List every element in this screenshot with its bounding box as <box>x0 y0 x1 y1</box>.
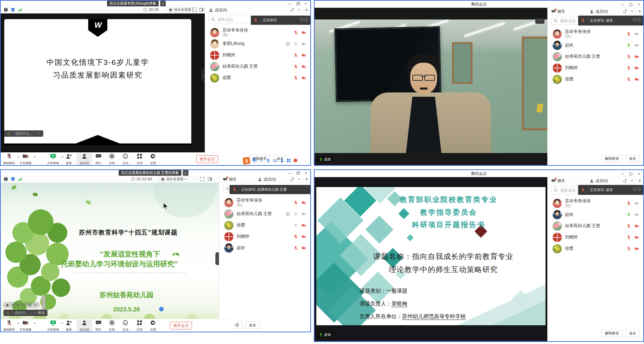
network-signal-icon[interactable] <box>18 7 22 12</box>
member-row[interactable]: 徐蕾 <box>219 220 310 231</box>
maximize-icon[interactable] <box>628 172 633 176</box>
layout-toggle-icon[interactable] <box>208 177 212 181</box>
toolbar-start-video[interactable]: 开启视频 <box>18 153 33 165</box>
member-row[interactable]: 姑香苑幼儿园 王赟 <box>548 220 643 232</box>
toolbar-unmute[interactable]: 解除静音 <box>1 320 17 332</box>
unmute-button[interactable]: 解除静音 <box>601 155 623 162</box>
member-row[interactable]: 姑香苑幼儿园 王赟 <box>219 208 310 220</box>
member-row[interactable]: 苏幼专朱佳佳(我) <box>219 197 310 208</box>
shape-icon[interactable]: ▭ <box>22 303 25 307</box>
member-row[interactable]: 徐蕾 <box>205 72 310 84</box>
danmaku-input-pill[interactable]: ☺ 说点什么... ＜ <box>4 130 43 137</box>
minimize-icon[interactable] <box>620 172 625 176</box>
collapse-pill-icon[interactable]: ＜ <box>37 131 41 136</box>
member-row[interactable]: 徐蕾 <box>548 243 643 254</box>
tab-members[interactable]: 成员(5) <box>589 177 608 184</box>
ime-mode-label[interactable]: 中 <box>252 157 257 164</box>
toolbar-settings[interactable]: 设置 <box>145 153 161 165</box>
undo-icon[interactable]: ↺ <box>34 303 36 307</box>
toolbar-unmute[interactable]: 解除静音 <box>1 153 17 165</box>
chevron-up-icon[interactable] <box>34 156 36 157</box>
titlebar[interactable]: 腾讯会议 × <box>315 170 643 177</box>
titlebar[interactable]: 腾讯会议 × <box>315 1 643 8</box>
member-row[interactable]: 赵欢 <box>548 40 643 51</box>
toolbar-invite[interactable]: 邀请 <box>61 153 77 165</box>
network-signal-icon[interactable] <box>18 177 22 181</box>
rename-button[interactable]: 改名 <box>626 329 640 337</box>
layout-toggle-icon[interactable] <box>199 7 204 12</box>
maximize-icon[interactable] <box>628 2 633 7</box>
member-row[interactable]: 赵欢 <box>219 242 310 254</box>
tab-chat[interactable]: 聊天 <box>551 8 565 15</box>
member-row[interactable]: 赵欢 <box>548 209 643 220</box>
collapse-pill-icon[interactable]: ＜ 收起 <box>33 310 45 315</box>
member-row[interactable]: 李荣LiRong <box>205 38 310 50</box>
leave-meeting-button[interactable]: 离开会议 <box>196 155 218 163</box>
danmaku-input-pill[interactable]: ☺ 说点什… ＜ 收起 <box>4 310 47 316</box>
more-options-icon[interactable]: ··· <box>535 18 544 24</box>
minimize-icon[interactable] <box>620 2 625 7</box>
rename-button[interactable]: 改名 <box>626 155 640 162</box>
pen-icon[interactable]: ✎ <box>11 303 14 307</box>
member-row[interactable]: 苏幼专朱佳佳(我) <box>548 198 643 209</box>
popout-panel-icon[interactable] <box>288 177 295 181</box>
emoji-icon[interactable]: ☺ <box>7 132 11 136</box>
close-panel-icon[interactable]: × <box>295 177 303 182</box>
toolbar-share-screen[interactable]: 共享屏幕 <box>45 320 61 332</box>
restore-icon[interactable] <box>295 2 300 6</box>
ime-skin-icon[interactable] <box>280 158 284 163</box>
ime-keyboard-icon[interactable] <box>273 159 277 163</box>
emoji-icon[interactable]: ☺ <box>6 311 10 315</box>
info-icon[interactable] <box>4 7 8 12</box>
member-row[interactable]: 刘晓烨 <box>548 232 643 243</box>
unmute-button[interactable]: 解除静音 <box>601 329 623 337</box>
info-icon[interactable] <box>4 177 8 181</box>
panel-menu-icon[interactable]: ≡ <box>635 9 643 14</box>
member-row[interactable]: 刘晓烨 <box>548 62 643 74</box>
toolbar-settings[interactable]: 设置 <box>145 320 161 332</box>
highlighter-icon[interactable]: ✏ <box>17 303 19 307</box>
panel-collapse-handle[interactable]: ‹ <box>201 69 205 81</box>
banner-menu-icon[interactable]: ≡ <box>183 170 188 176</box>
tab-members[interactable]: 成员(5) <box>258 176 276 183</box>
security-shield-icon[interactable] <box>11 177 15 181</box>
popout-panel-icon[interactable] <box>288 8 295 12</box>
popout-panel-icon[interactable] <box>621 179 628 183</box>
tab-chat[interactable]: 聊天 <box>223 176 237 183</box>
panel-menu-icon[interactable]: ≡ <box>303 7 310 12</box>
member-row[interactable]: 苏幼专朱佳佳(我) <box>548 28 643 40</box>
panel-menu-icon[interactable]: ≡ <box>635 178 643 183</box>
fullscreen-icon[interactable] <box>192 7 197 12</box>
panel-menu-icon[interactable]: ≡ <box>303 177 310 182</box>
toolbar-interact[interactable]: 互动 <box>118 153 133 165</box>
board-icon[interactable]: ▤ <box>28 303 31 307</box>
tab-members[interactable]: 成员(5) <box>209 6 227 13</box>
ime-voice-icon[interactable] <box>266 158 270 163</box>
panel-collapse-handle[interactable]: ‹ <box>215 252 219 265</box>
member-row[interactable]: 刘晓烨 <box>219 231 310 242</box>
rename-button[interactable]: 改名 <box>245 321 260 329</box>
member-row[interactable]: 刘晓烨 <box>205 50 310 61</box>
laser-pointer-icon[interactable]: ◆ <box>6 303 9 307</box>
security-shield-icon[interactable] <box>11 7 15 12</box>
toolbar-share-screen[interactable]: 共享屏幕 <box>45 153 61 165</box>
danmaku-placeholder[interactable]: 说点什么... <box>15 131 32 136</box>
ime-toolbox-icon[interactable] <box>287 158 291 163</box>
chevron-up-icon[interactable] <box>34 322 36 324</box>
close-panel-icon[interactable]: × <box>295 7 303 12</box>
banner-menu-icon[interactable]: ≡ <box>160 1 166 6</box>
popout-panel-icon[interactable] <box>621 9 628 13</box>
tab-chat[interactable]: 聊天 <box>551 177 565 184</box>
member-row[interactable]: 徐蕾 <box>548 74 643 85</box>
close-icon[interactable]: × <box>304 2 308 6</box>
fullscreen-icon[interactable] <box>200 177 204 181</box>
close-icon[interactable]: × <box>304 171 308 176</box>
minimize-icon[interactable] <box>287 171 292 176</box>
ime-emoji-icon[interactable]: ☺ <box>259 158 264 163</box>
close-icon[interactable]: × <box>637 2 641 7</box>
toolbar-start-video[interactable]: 开启视频 <box>18 320 33 332</box>
tab-members[interactable]: 成员(5) <box>589 8 608 15</box>
restore-icon[interactable] <box>295 171 300 176</box>
close-panel-icon[interactable]: × <box>628 178 635 183</box>
close-icon[interactable]: × <box>637 172 641 176</box>
